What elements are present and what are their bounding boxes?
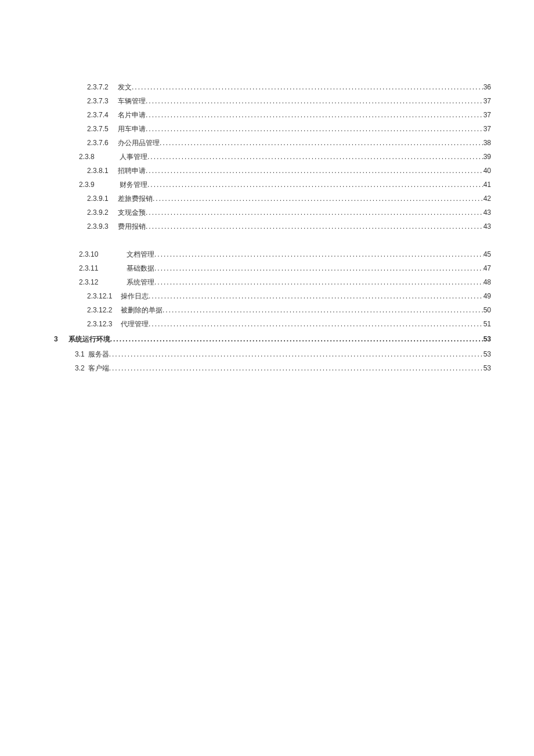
toc-page-number: 36 (484, 80, 491, 94)
toc-number: 2.3.12.3 (87, 317, 121, 331)
toc-title: 名片申请 (118, 108, 146, 122)
toc-leader-dots (146, 108, 484, 122)
toc-title: 代理管理 (121, 317, 149, 331)
toc-leader-dots (147, 178, 484, 192)
toc-leader-dots (109, 361, 484, 375)
toc-leader-dots (109, 347, 484, 361)
toc-title: 基础数据 (127, 261, 154, 275)
toc-leader-dots (146, 206, 484, 219)
toc-entry[interactable]: 2.3.10文档管理45 (75, 247, 491, 261)
toc-page-number: 43 (484, 219, 491, 233)
toc-title: 服务器 (88, 347, 109, 361)
toc-entry[interactable]: 3.1服务器53 (75, 347, 491, 361)
toc-title: 发文 (118, 80, 132, 94)
toc-title: 财务管理 (120, 178, 147, 192)
toc-page-number: 41 (484, 178, 491, 192)
toc-number: 3.1 (75, 347, 85, 361)
toc-entry[interactable]: 2.3.7.5用车申请37 (75, 122, 491, 136)
toc-page-number: 53 (484, 347, 491, 361)
toc-leader-dots (146, 219, 484, 233)
toc-title: 办公用品管理 (118, 136, 160, 150)
toc-page-number: 37 (484, 108, 491, 122)
toc-page-number: 43 (484, 206, 491, 219)
toc-leader-dots (163, 303, 484, 317)
toc-title: 招聘申请 (118, 164, 146, 178)
toc-leader-dots (132, 80, 484, 94)
toc-number: 3.2 (75, 361, 85, 375)
toc-entry[interactable]: 2.3.7.6办公用品管理38 (75, 136, 491, 150)
toc-leader-dots (154, 275, 484, 289)
toc-number: 2.3.11 (79, 261, 110, 275)
toc-number: 2.3.8 (79, 150, 111, 164)
toc-page-number: 38 (484, 136, 491, 150)
toc-entry[interactable]: 2.3.8.1招聘申请40 (75, 164, 491, 178)
toc-number: 2.3.7.5 (87, 122, 114, 136)
toc-title: 车辆管理 (118, 94, 146, 108)
toc-number: 2.3.7.2 (87, 80, 114, 94)
toc-number: 2.3.9.3 (87, 219, 114, 233)
toc-entry[interactable]: 2.3.7.4名片申请37 (75, 108, 491, 122)
toc-title: 被删除的单据 (121, 303, 163, 317)
toc-entry[interactable]: 3系统运行环境53 (54, 332, 491, 346)
toc-page-number: 53 (484, 332, 491, 346)
toc-entry[interactable]: 2.3.7.3车辆管理37 (75, 94, 491, 108)
toc-entry[interactable]: 2.3.12系统管理48 (75, 275, 491, 289)
toc-entry[interactable]: 2.3.12.1操作日志49 (75, 289, 491, 303)
toc-entry[interactable]: 2.3.8人事管理39 (75, 150, 491, 164)
toc-leader-dots (154, 261, 484, 275)
toc-title: 系统运行环境 (68, 332, 110, 346)
toc-entry[interactable]: 2.3.7.2发文36 (75, 80, 491, 94)
toc-title: 操作日志 (121, 289, 149, 303)
toc-number: 2.3.12 (79, 275, 110, 289)
toc-number: 2.3.10 (79, 247, 110, 261)
toc-entry[interactable]: 2.3.9.2支现金预43 (75, 206, 491, 219)
toc-spacer (75, 233, 491, 247)
toc-page-number: 50 (484, 303, 491, 317)
toc-entry[interactable]: 2.3.9.1差旅费报销42 (75, 192, 491, 206)
toc-page-number: 37 (484, 94, 491, 108)
toc-leader-dots (146, 94, 484, 108)
toc-entry[interactable]: 2.3.9财务管理41 (75, 178, 491, 192)
toc-leader-dots (149, 289, 484, 303)
toc-title: 费用报销 (118, 219, 146, 233)
toc-page-number: 39 (484, 150, 491, 164)
toc-number: 2.3.7.3 (87, 94, 114, 108)
toc-entry[interactable]: 2.3.11基础数据47 (75, 261, 491, 275)
toc-leader-dots (154, 247, 484, 261)
toc-leader-dots (153, 192, 484, 206)
toc-number: 2.3.9.1 (87, 192, 114, 206)
toc-title: 用车申请 (118, 122, 146, 136)
toc-page-number: 42 (484, 192, 491, 206)
toc-number: 2.3.9 (79, 178, 111, 192)
toc-title: 系统管理 (127, 275, 154, 289)
toc-page-number: 49 (484, 289, 491, 303)
toc-number: 2.3.12.2 (87, 303, 121, 317)
toc-entry[interactable]: 2.3.12.2被删除的单据50 (75, 303, 491, 317)
toc-page-number: 53 (484, 361, 491, 375)
toc-leader-dots (160, 136, 484, 150)
toc-page-number: 45 (484, 247, 491, 261)
toc-leader-dots (147, 150, 484, 164)
toc-title: 差旅费报销 (118, 192, 153, 206)
toc-number: 2.3.8.1 (87, 164, 114, 178)
toc-title: 客户端 (88, 361, 109, 375)
toc-number: 2.3.12.1 (87, 289, 121, 303)
toc-entry[interactable]: 3.2客户端53 (75, 361, 491, 375)
toc-leader-dots (146, 164, 484, 178)
toc-number: 2.3.9.2 (87, 206, 114, 219)
table-of-contents: 2.3.7.2发文362.3.7.3车辆管理372.3.7.4名片申请372.3… (75, 80, 491, 375)
toc-number: 3 (54, 332, 58, 346)
toc-page-number: 37 (484, 122, 491, 136)
toc-leader-dots (110, 332, 484, 346)
toc-number: 2.3.7.6 (87, 136, 114, 150)
toc-entry[interactable]: 2.3.12.3代理管理51 (75, 317, 491, 331)
toc-page-number: 51 (484, 317, 491, 331)
toc-entry[interactable]: 2.3.9.3费用报销43 (75, 219, 491, 233)
toc-title: 人事管理 (120, 150, 147, 164)
toc-title: 支现金预 (118, 206, 146, 219)
toc-page-number: 47 (484, 261, 491, 275)
toc-title: 文档管理 (127, 247, 154, 261)
toc-page-number: 48 (484, 275, 491, 289)
toc-leader-dots (146, 122, 484, 136)
toc-page-number: 40 (484, 164, 491, 178)
